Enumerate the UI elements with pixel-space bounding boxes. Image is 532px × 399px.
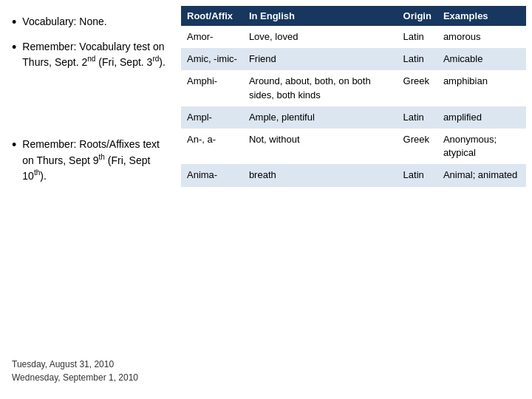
table-cell-0-0: Amor- (181, 26, 243, 48)
table-cell-0-3: amorous (437, 26, 526, 48)
table-cell-5-2: Latin (398, 164, 437, 186)
table-cell-5-0: Anima- (181, 164, 243, 186)
table-cell-4-2: Greek (398, 129, 437, 164)
bullet-dot-2: • (12, 40, 16, 56)
table-cell-4-1: Not, without (243, 129, 398, 164)
bullet-text-remember-roots: Remember: Roots/Affixes text on Thurs, S… (22, 137, 169, 183)
table-cell-5-1: breath (243, 164, 398, 186)
table-cell-4-0: An-, a- (181, 129, 243, 164)
left-panel: • Vocabulary: None. • Remember: Vocabula… (0, 0, 181, 399)
footer: Tuesday, August 31, 2010 Wednesday, Sept… (12, 358, 169, 384)
table-row: Amor-Love, lovedLatinamorous (181, 26, 526, 48)
footer-line1: Tuesday, August 31, 2010 (12, 358, 169, 371)
table-cell-2-3: amphibian (437, 70, 526, 106)
col-header-examples: Examples (437, 6, 526, 26)
table-row: An-, a-Not, withoutGreekAnonymous; atypi… (181, 129, 526, 164)
roots-table: Root/Affix In English Origin Examples Am… (181, 6, 526, 187)
col-header-root: Root/Affix (181, 6, 243, 26)
table-cell-5-3: Animal; animated (437, 164, 526, 186)
table-cell-0-1: Love, loved (243, 26, 398, 48)
footer-line2: Wednesday, September 1, 2010 (12, 371, 169, 384)
right-panel: Root/Affix In English Origin Examples Am… (181, 0, 532, 399)
table-cell-3-1: Ample, plentiful (243, 106, 398, 129)
table-cell-2-1: Around, about, both, on both sides, both… (243, 70, 398, 106)
table-cell-2-0: Amphi- (181, 70, 243, 106)
table-row: Ampl-Ample, plentifulLatinamplified (181, 106, 526, 129)
table-header-row: Root/Affix In English Origin Examples (181, 6, 526, 26)
bullet-item-remember-roots: • Remember: Roots/Affixes text on Thurs,… (12, 137, 169, 183)
bullet-list: • Vocabulary: None. • Remember: Vocabula… (12, 15, 169, 184)
bullet-item-vocab: • Vocabulary: None. (12, 15, 169, 31)
table-cell-2-2: Greek (398, 70, 437, 106)
col-header-english: In English (243, 6, 398, 26)
table-cell-4-3: Anonymous; atypical (437, 129, 526, 164)
col-header-origin: Origin (398, 6, 437, 26)
table-cell-3-2: Latin (398, 106, 437, 129)
table-cell-1-2: Latin (398, 48, 437, 70)
bullet-item-remember-vocab: • Remember: Vocabulary test on Thurs, Se… (12, 40, 169, 70)
table-row: Amic, -imic-FriendLatinAmicable (181, 48, 526, 70)
table-cell-0-2: Latin (398, 26, 437, 48)
table-row: Amphi-Around, about, both, on both sides… (181, 70, 526, 106)
table-cell-1-1: Friend (243, 48, 398, 70)
table-cell-3-3: amplified (437, 106, 526, 129)
table-cell-1-3: Amicable (437, 48, 526, 70)
bullet-text-vocab: Vocabulary: None. (22, 15, 106, 30)
bullet-dot: • (12, 15, 16, 31)
table-cell-3-0: Ampl- (181, 106, 243, 129)
bullet-text-remember-vocab: Remember: Vocabulary test on Thurs, Sept… (22, 40, 169, 70)
table-row: Anima-breathLatinAnimal; animated (181, 164, 526, 186)
bullet-dot-3: • (12, 137, 16, 154)
table-cell-1-0: Amic, -imic- (181, 48, 243, 70)
